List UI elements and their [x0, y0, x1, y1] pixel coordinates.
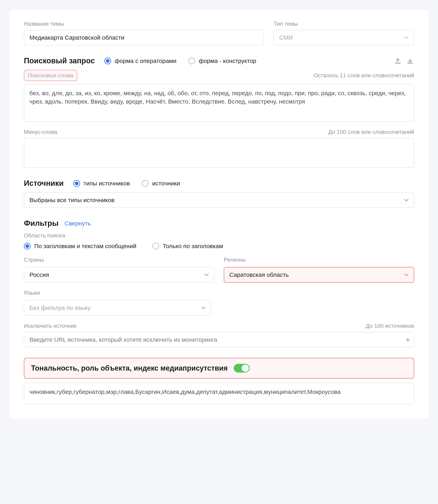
- keywords-textarea[interactable]: без, во, для, до, за, из, ко, кроме, меж…: [24, 84, 414, 122]
- radio-form-operators[interactable]: форма с операторами: [104, 57, 176, 64]
- radio-outer-icon: [73, 180, 80, 187]
- filters-title: Фильтры: [24, 219, 58, 228]
- countries-value: Россия: [30, 271, 49, 278]
- chevron-down-icon: [201, 306, 206, 310]
- countries-select[interactable]: Россия: [24, 267, 214, 283]
- regions-col: Регионы Саратовская область: [224, 257, 414, 283]
- radio-sources-label: источники: [152, 180, 180, 187]
- regions-select[interactable]: Саратовская область: [224, 267, 414, 283]
- tone-objects-textarea[interactable]: чиновник,губер,губернатор,мэр,глава,Буса…: [24, 383, 414, 405]
- download-icon[interactable]: [406, 57, 414, 65]
- topic-name-col: Название темы: [24, 21, 264, 45]
- topic-type-col: Тип темы СМИ: [274, 21, 414, 45]
- radio-headlines-only[interactable]: Только по заголовкам: [152, 243, 223, 250]
- radio-outer-icon: [142, 180, 149, 187]
- exclude-sublabel-row: Исключить источник До 100 источников: [24, 323, 414, 329]
- exclude-hint: До 100 источников: [366, 323, 414, 329]
- tone-toggle[interactable]: [234, 364, 250, 373]
- radio-outer-icon: [188, 57, 195, 64]
- topic-row: Название темы Тип темы СМИ: [24, 21, 414, 45]
- languages-block: Языки Без фильтра по языку: [24, 290, 414, 316]
- toggle-knob-icon: [242, 365, 249, 372]
- tone-toggle-panel: Тональность, роль объекта, индекс медиап…: [24, 358, 414, 379]
- chevron-down-icon: [404, 273, 408, 277]
- topic-name-input[interactable]: [24, 30, 264, 45]
- minus-label: Минус-слова: [24, 129, 57, 135]
- minus-hint: До 100 слов или словосочетаний: [328, 129, 414, 135]
- keywords-label-highlight: Поисковые слова: [24, 70, 77, 81]
- chevron-down-icon: [404, 198, 408, 202]
- languages-value: Без фильтра по языку: [30, 305, 91, 311]
- upload-icon[interactable]: [394, 57, 402, 65]
- radio-outer-icon: [104, 57, 111, 64]
- languages-label: Языки: [24, 290, 414, 296]
- search-area-label: Область поиска: [24, 232, 414, 239]
- exclude-label: Исключить источник: [24, 323, 77, 329]
- filters-head: Фильтры Свернуть: [24, 219, 414, 228]
- tone-objects-value: чиновник,губер,губернатор,мэр,глава,Буса…: [30, 388, 341, 395]
- search-query-title: Поисковый запрос: [24, 56, 95, 65]
- regions-label: Регионы: [224, 257, 414, 263]
- radio-form-operators-label: форма с операторами: [115, 57, 176, 64]
- tone-panel-title: Тональность, роль объекта, индекс медиап…: [31, 364, 228, 372]
- search-query-head: Поисковый запрос форма с операторами фор…: [24, 56, 414, 65]
- radio-headlines-texts-label: По заголовкам и текстам сообщений: [34, 243, 136, 250]
- search-area-radio-group: По заголовкам и текстам сообщений Только…: [24, 243, 414, 250]
- query-form-radio-group: форма с операторами форма - конструктор: [104, 57, 384, 64]
- source-types-select[interactable]: Выбраны все типы источников: [24, 192, 414, 208]
- minus-sublabel-row: Минус-слова До 100 слов или словосочетан…: [24, 129, 414, 135]
- filters-collapse-link[interactable]: Свернуть: [65, 220, 91, 227]
- exclude-input-row: +: [24, 332, 414, 348]
- radio-headlines-only-label: Только по заголовкам: [163, 243, 223, 250]
- exclude-source-input[interactable]: [24, 332, 414, 348]
- chevron-down-icon: [204, 273, 209, 277]
- radio-outer-icon: [24, 243, 31, 250]
- radio-source-types[interactable]: типы источников: [73, 180, 130, 187]
- sources-radio-group: типы источников источники: [73, 180, 414, 187]
- radio-form-constructor-label: форма - конструктор: [199, 57, 256, 64]
- languages-select[interactable]: Без фильтра по языку: [24, 300, 211, 316]
- radio-form-constructor[interactable]: форма - конструктор: [188, 57, 256, 64]
- countries-label: Страны: [24, 257, 214, 263]
- form-card: Название темы Тип темы СМИ Поисковый зап…: [10, 10, 428, 419]
- topic-type-value: СМИ: [279, 34, 293, 41]
- keywords-value: без, во, для, до, за, из, ко, кроме, меж…: [30, 90, 406, 105]
- minus-textarea[interactable]: [24, 138, 414, 168]
- chevron-down-icon: [404, 35, 408, 40]
- radio-outer-icon: [152, 243, 159, 250]
- regions-value: Саратовская область: [229, 271, 289, 278]
- radio-sources[interactable]: источники: [142, 180, 180, 187]
- keywords-sublabel-row: Поисковые слова Осталось 11 слов или сло…: [24, 70, 414, 81]
- sources-head: Источники типы источников источники: [24, 179, 414, 187]
- add-exclude-button[interactable]: +: [406, 336, 410, 343]
- topic-type-select[interactable]: СМИ: [274, 30, 414, 45]
- sources-title: Источники: [24, 179, 64, 187]
- radio-headlines-texts[interactable]: По заголовкам и текстам сообщений: [24, 243, 136, 250]
- topic-type-label: Тип темы: [274, 21, 414, 27]
- keywords-hint: Осталось 11 слов или словосочетаний: [314, 72, 414, 79]
- countries-col: Страны Россия: [24, 257, 214, 283]
- source-types-value: Выбраны все типы источников: [30, 197, 114, 204]
- query-head-icons: [394, 57, 414, 65]
- country-region-row: Страны Россия Регионы Саратовская област…: [24, 257, 414, 283]
- topic-name-label: Название темы: [24, 21, 264, 27]
- radio-source-types-label: типы источников: [84, 180, 130, 187]
